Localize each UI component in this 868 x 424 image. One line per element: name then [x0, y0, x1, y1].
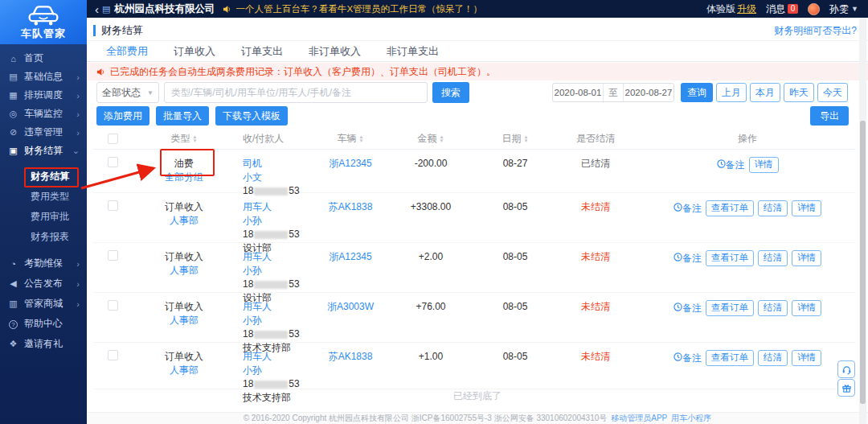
payee-name-link[interactable]: 小文: [243, 171, 318, 184]
org-menu-icon[interactable]: ▤: [102, 4, 110, 14]
sidebar-item-invite[interactable]: ❖ 邀请有礼: [0, 334, 87, 354]
admin-app-link[interactable]: 移动管理员APP: [611, 413, 667, 424]
remark-link[interactable]: 备注: [674, 200, 702, 216]
sidebar-item-fee-type[interactable]: 费用类型: [0, 187, 87, 207]
today-button[interactable]: 今天: [817, 83, 848, 102]
remark-link[interactable]: 备注: [717, 157, 745, 172]
detail-button[interactable]: 详情: [792, 300, 821, 316]
view-order-button[interactable]: 查看订单: [706, 350, 754, 366]
sidebar-item-base-info[interactable]: ▤ 基础信息 ›: [0, 68, 87, 86]
sidebar-item-vehicle-monitor[interactable]: ◎ 车辆监控 ›: [0, 105, 87, 123]
sidebar-item-attendance[interactable]: ◔ 考勤维保 ›: [0, 253, 87, 274]
date-from-field[interactable]: 2020-08-01: [553, 84, 603, 101]
user-menu[interactable]: 孙雯 ▼: [829, 2, 858, 16]
detail-button[interactable]: 详情: [792, 200, 821, 216]
back-icon[interactable]: ‹: [95, 3, 99, 15]
settle-button[interactable]: 结清: [758, 200, 788, 216]
header-vehicle[interactable]: 车辆▲▼: [318, 132, 383, 146]
sidebar-item-mall[interactable]: ▥ 管家商城 ›: [0, 294, 87, 314]
search-input[interactable]: [164, 82, 428, 103]
vehicle-link[interactable]: 苏AK1838: [318, 200, 383, 214]
view-order-button[interactable]: 查看订单: [706, 250, 754, 266]
payee-role-link[interactable]: 用车人: [243, 350, 318, 364]
customer-service-button[interactable]: [837, 360, 855, 378]
date-to-field[interactable]: 2020-08-27: [624, 84, 674, 101]
remark-link[interactable]: 备注: [674, 250, 702, 266]
amount: +76.00: [383, 300, 479, 314]
detail-button[interactable]: 详情: [749, 157, 779, 173]
header-amount[interactable]: 金额▲▼: [383, 132, 479, 146]
payee-role-link[interactable]: 司机: [243, 157, 318, 171]
select-all-checkbox[interactable]: [108, 134, 118, 144]
payee-phone: 1853: [243, 228, 318, 241]
sidebar-item-label: 帮助中心: [24, 317, 63, 331]
detail-button[interactable]: 详情: [792, 250, 821, 266]
header-date[interactable]: 日期▲▼: [479, 132, 551, 146]
fee-group-link[interactable]: 全部分组: [132, 171, 236, 184]
scrollbar-thumb[interactable]: [860, 121, 866, 404]
row-checkbox[interactable]: [108, 157, 118, 167]
fee-group-link[interactable]: 人事部: [132, 214, 236, 228]
fee-group-link[interactable]: 人事部: [132, 364, 236, 377]
vehicle-link[interactable]: 浙A12345: [318, 157, 383, 171]
app-name: 车队管家: [21, 27, 66, 41]
remark-link[interactable]: 备注: [674, 300, 702, 315]
last-month-button[interactable]: 上月: [716, 83, 747, 102]
payee-name-link[interactable]: 小孙: [243, 364, 318, 377]
tab-all-fees[interactable]: 全部费用: [93, 41, 161, 61]
settle-status: 未结清: [551, 350, 640, 364]
export-question-link[interactable]: 财务明细可否导出?: [774, 24, 857, 38]
payee-name-link[interactable]: 小孙: [243, 214, 318, 228]
vehicle-link[interactable]: 浙A3003W: [318, 300, 383, 314]
tab-non-order-income[interactable]: 非订单收入: [296, 41, 374, 61]
settle-button[interactable]: 结清: [758, 350, 788, 366]
fee-group-link[interactable]: 人事部: [132, 264, 236, 278]
row-checkbox[interactable]: [108, 250, 118, 261]
download-template-button[interactable]: 下载导入模板: [215, 106, 288, 126]
remark-link[interactable]: 备注: [674, 350, 702, 365]
view-order-button[interactable]: 查看订单: [706, 200, 754, 216]
sidebar-item-finance[interactable]: ▣ 财务结算 ⌄: [0, 142, 87, 160]
add-fee-button[interactable]: 添加费用: [96, 106, 149, 126]
vehicle-link[interactable]: 浙A12345: [318, 250, 383, 264]
yesterday-button[interactable]: 昨天: [784, 83, 814, 102]
sidebar-item-announce[interactable]: ◀ 公告发布 ›: [0, 274, 87, 294]
messages-button[interactable]: 消息 0: [766, 2, 798, 16]
tab-order-expense[interactable]: 订单支出: [228, 41, 296, 61]
row-checkbox[interactable]: [108, 200, 118, 211]
sidebar-item-violation[interactable]: ⊘ 违章管理 ›: [0, 123, 87, 142]
query-button[interactable]: 查询: [681, 83, 713, 102]
batch-import-button[interactable]: 批量导入: [156, 106, 209, 126]
view-order-button[interactable]: 查看订单: [706, 300, 754, 316]
tab-non-order-expense[interactable]: 非订单支出: [374, 41, 452, 61]
sidebar-item-finance-report[interactable]: 财务报表: [0, 227, 87, 247]
search-button[interactable]: 搜索: [432, 82, 469, 103]
mini-program-link[interactable]: 用车小程序: [671, 413, 711, 424]
settle-button[interactable]: 结清: [758, 250, 788, 266]
upgrade-link[interactable]: 升级: [737, 3, 756, 14]
export-button[interactable]: 导出: [810, 106, 849, 126]
row-checkbox[interactable]: [108, 350, 118, 360]
clock-icon: [674, 253, 682, 261]
sidebar-item-schedule[interactable]: ▦ 排班调度 ›: [0, 86, 87, 105]
gift-button[interactable]: [837, 379, 855, 397]
settle-button[interactable]: 结清: [758, 300, 788, 316]
vehicle-link[interactable]: 苏AK1838: [318, 350, 383, 364]
sidebar-item-finance-settle[interactable]: 财务结算: [0, 167, 87, 187]
sidebar-item-help[interactable]: ? 帮助中心: [0, 314, 87, 334]
user-avatar[interactable]: [808, 3, 820, 15]
payee-role-link[interactable]: 用车人: [243, 200, 318, 214]
row-checkbox[interactable]: [108, 300, 118, 311]
fee-group-link[interactable]: 人事部: [132, 314, 236, 327]
tab-order-income[interactable]: 订单收入: [161, 41, 228, 61]
detail-button[interactable]: 详情: [792, 350, 821, 366]
payee-name-link[interactable]: 小孙: [243, 314, 318, 327]
payee-name-link[interactable]: 小孙: [243, 264, 318, 278]
payee-role-link[interactable]: 用车人: [243, 250, 318, 264]
payee-role-link[interactable]: 用车人: [243, 300, 318, 314]
sidebar-item-fee-approval[interactable]: 费用审批: [0, 207, 87, 227]
header-type[interactable]: 类型▲▼: [132, 132, 236, 146]
sidebar-item-home[interactable]: ⌂ 首页: [0, 49, 87, 68]
status-select[interactable]: 全部状态 ▼: [96, 82, 159, 103]
this-month-button[interactable]: 本月: [750, 83, 780, 102]
